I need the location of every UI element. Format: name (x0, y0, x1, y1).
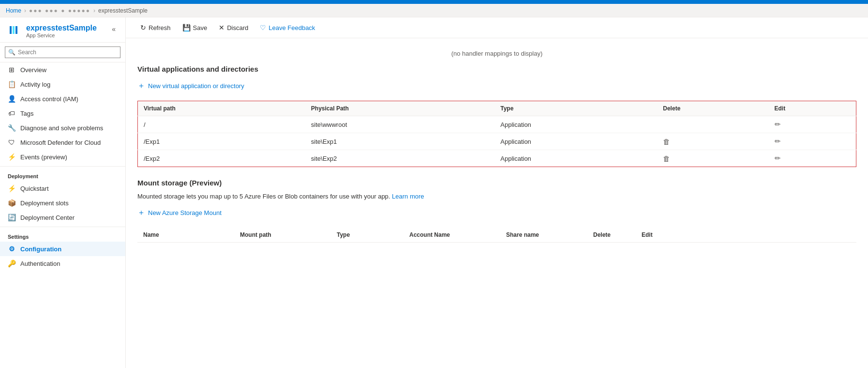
mount-col-share: Share name (500, 231, 587, 238)
edit-icon[interactable]: ✏ (775, 137, 781, 145)
sidebar-section-deployment: Deployment (0, 169, 125, 181)
sidebar-item-defender[interactable]: 🛡 Microsoft Defender for Cloud (0, 135, 125, 150)
mount-section-title: Mount storage (Preview) (137, 179, 856, 187)
breadcrumb-parent: ●●● ●●● ● ●●●●● (29, 7, 90, 14)
sidebar-divider-1 (0, 166, 125, 167)
svg-rect-0 (10, 26, 12, 34)
sidebar-item-tags[interactable]: 🏷 Tags (0, 106, 125, 121)
delete-icon[interactable]: 🗑 (663, 154, 670, 163)
tags-icon: 🏷 (8, 109, 15, 117)
authentication-icon: 🔑 (8, 260, 15, 267)
sidebar-item-label: Tags (20, 110, 33, 117)
col-header-physical-path: Physical Path (305, 101, 494, 116)
sidebar-item-events[interactable]: ⚡ Events (preview) (0, 150, 125, 164)
col-header-edit: Edit (769, 101, 856, 116)
delete-icon[interactable]: 🗑 (663, 138, 670, 146)
table-row: /Exp1 site\Exp1 Application 🗑 ✏ (138, 133, 856, 150)
edit-icon[interactable]: ✏ (775, 154, 781, 162)
add-mount-label: New Azure Storage Mount (148, 209, 222, 216)
search-input[interactable] (5, 46, 120, 58)
sidebar: expresstestSample App Service « 🔍 ⊞ Over… (0, 17, 126, 368)
deployment-center-icon: 🔄 (8, 214, 15, 221)
sidebar-item-label: Diagnose and solve problems (20, 124, 103, 132)
cell-delete (657, 116, 768, 133)
defender-icon: 🛡 (8, 138, 15, 146)
add-mount-icon: ＋ (137, 208, 145, 218)
breadcrumb-home[interactable]: Home (6, 7, 21, 14)
svg-rect-2 (15, 26, 17, 34)
mount-col-type: Type (331, 231, 404, 238)
table-row: /Exp2 site\Exp2 Application 🗑 ✏ (138, 150, 856, 167)
app-service-logo (8, 23, 21, 37)
search-icon: 🔍 (8, 49, 15, 56)
sidebar-collapse-button[interactable]: « (110, 23, 118, 35)
mount-col-path: Mount path (234, 231, 331, 238)
sidebar-app-title: expresstestSample (26, 23, 105, 32)
add-va-label: New virtual application or directory (148, 82, 244, 90)
cell-virtual-path: / (138, 116, 305, 133)
discard-icon: ✕ (219, 24, 224, 31)
col-header-virtual-path: Virtual path (138, 101, 305, 116)
cell-virtual-path: /Exp2 (138, 150, 305, 167)
sidebar-item-label: Access control (IAM) (20, 95, 78, 103)
add-va-button[interactable]: ＋ New virtual application or directory (137, 79, 244, 93)
save-icon: 💾 (182, 24, 191, 31)
sidebar-item-deployment-slots[interactable]: 📦 Deployment slots (0, 196, 125, 210)
sidebar-item-quickstart[interactable]: ⚡ Quickstart (0, 181, 125, 196)
va-section-title: Virtual applications and directories (137, 65, 856, 73)
mount-col-delete: Delete (587, 231, 636, 238)
learn-more-link[interactable]: Learn more (392, 193, 424, 200)
sidebar-item-overview[interactable]: ⊞ Overview (0, 62, 125, 77)
sidebar-item-label: Microsoft Defender for Cloud (20, 139, 101, 146)
add-va-icon: ＋ (137, 81, 145, 91)
sidebar-subtitle: App Service (26, 32, 105, 38)
cell-edit: ✏ (769, 116, 856, 133)
toolbar: ↻ Refresh 💾 Save ✕ Discard ♡ Leave Feedb… (126, 17, 868, 38)
edit-icon[interactable]: ✏ (775, 120, 781, 128)
sidebar-search-container: 🔍 (0, 43, 125, 62)
sidebar-item-deployment-center[interactable]: 🔄 Deployment Center (0, 210, 125, 225)
configuration-icon: ⚙ (8, 245, 15, 253)
sidebar-item-access-control[interactable]: 👤 Access control (IAM) (0, 92, 125, 106)
save-button[interactable]: 💾 Save (178, 21, 212, 34)
cell-virtual-path: /Exp1 (138, 133, 305, 150)
cell-type: Application (494, 133, 657, 150)
sidebar-item-label: Authentication (20, 260, 60, 267)
cell-type: Application (494, 116, 657, 133)
access-control-icon: 👤 (8, 95, 15, 103)
main-content: ↻ Refresh 💾 Save ✕ Discard ♡ Leave Feedb… (126, 17, 868, 368)
add-mount-button[interactable]: ＋ New Azure Storage Mount (137, 206, 222, 220)
breadcrumb-sep-2: › (93, 7, 95, 14)
feedback-button[interactable]: ♡ Leave Feedback (255, 21, 320, 34)
virtual-apps-table: Virtual path Physical Path Type Delete E… (137, 101, 856, 167)
sidebar-item-authentication[interactable]: 🔑 Authentication (0, 256, 125, 271)
quickstart-icon: ⚡ (8, 184, 15, 192)
no-handler-message: (no handler mappings to display) (137, 46, 856, 65)
sidebar-item-label: Activity log (20, 81, 50, 88)
refresh-icon: ↻ (140, 24, 146, 31)
cell-delete: 🗑 (657, 150, 768, 167)
svg-rect-1 (13, 26, 15, 34)
discard-label: Discard (227, 24, 248, 31)
mount-description: Mounted storage lets you map up to 5 Azu… (137, 193, 856, 200)
sidebar-item-label: Deployment Center (20, 214, 75, 221)
sidebar-item-diagnose[interactable]: 🔧 Diagnose and solve problems (0, 121, 125, 135)
discard-button[interactable]: ✕ Discard (214, 21, 253, 34)
refresh-button[interactable]: ↻ Refresh (135, 21, 176, 34)
sidebar-item-activity-log[interactable]: 📋 Activity log (0, 77, 125, 92)
save-label: Save (193, 24, 208, 31)
overview-icon: ⊞ (8, 66, 15, 74)
refresh-label: Refresh (149, 24, 171, 31)
col-header-type: Type (494, 101, 657, 116)
events-icon: ⚡ (8, 153, 15, 161)
cell-delete: 🗑 (657, 133, 768, 150)
sidebar-item-configuration[interactable]: ⚙ Configuration (0, 242, 125, 256)
breadcrumb: Home › ●●● ●●● ● ●●●●● › expresstestSamp… (0, 4, 868, 17)
feedback-label: Leave Feedback (269, 24, 315, 31)
cell-type: Application (494, 150, 657, 167)
sidebar-item-label: Deployment slots (20, 199, 69, 207)
content-area: (no handler mappings to display) Virtual… (126, 38, 868, 250)
cell-edit: ✏ (769, 150, 856, 167)
sidebar-section-settings: Settings (0, 229, 125, 242)
breadcrumb-sep-1: › (24, 7, 26, 14)
